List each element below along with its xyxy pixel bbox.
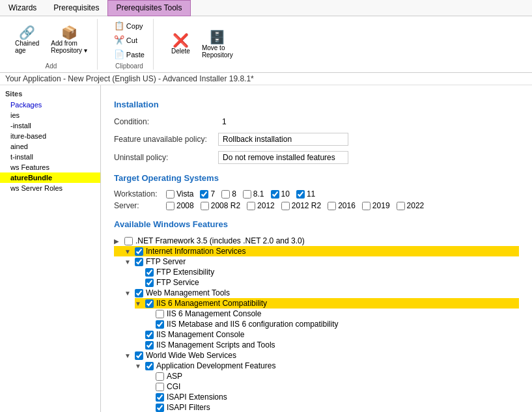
ws-11-check[interactable]: 11 <box>296 189 315 199</box>
sidebar-item-packages[interactable]: Packages <box>0 100 100 110</box>
label-ftp-svc: FTP Service <box>156 278 199 287</box>
cut-button[interactable]: ✂️ Cut <box>111 33 148 47</box>
tree-item-web-mgmt[interactable]: ▼ Web Management Tools <box>124 288 519 298</box>
app-title: Your Application - New Project (English … <box>5 74 254 83</box>
ws-10-check[interactable]: 10 <box>271 189 290 199</box>
sv-2008-check[interactable]: 2008 <box>166 201 194 210</box>
move-to-repo-button[interactable]: 🗄️ Move toRepository <box>197 29 238 61</box>
check-web-mgmt[interactable] <box>135 289 143 297</box>
tree-item-netfx35[interactable]: ▶ .NET Framework 3.5 (includes .NET 2.0 … <box>114 236 519 246</box>
ws-8-input[interactable] <box>221 190 230 199</box>
ws-8-check[interactable]: 8 <box>221 189 236 199</box>
expand-iis6-mgmt-console <box>145 310 153 318</box>
condition-value: 1 <box>218 116 231 128</box>
sv-2008r2-check[interactable]: 2008 R2 <box>201 201 240 210</box>
check-asp[interactable] <box>156 372 164 381</box>
condition-row: Condition: 1 <box>114 116 519 128</box>
check-iis-mgmt-console[interactable] <box>145 331 154 339</box>
add-from-repo-button[interactable]: 📦 Add fromRepository ▾ <box>46 24 92 56</box>
copy-button[interactable]: 📋 Copy <box>111 19 148 33</box>
ws-11-input[interactable] <box>296 190 305 199</box>
expand-cgi <box>145 383 153 391</box>
main-layout: Sites Packages ies -install iture-based … <box>0 85 532 412</box>
sidebar-item-install1[interactable]: -install <box>0 120 100 131</box>
check-cgi[interactable] <box>156 383 164 391</box>
sidebar-item-feature-based[interactable]: iture-based <box>0 131 100 141</box>
sv-2019-check[interactable]: 2019 <box>362 201 390 210</box>
sidebar-item-ws-features[interactable]: ws Features <box>0 162 100 172</box>
sv-2022-check[interactable]: 2022 <box>397 201 425 210</box>
ws-81-input[interactable] <box>243 190 251 199</box>
tree-item-iis[interactable]: ▼ Internet Information Services <box>114 246 519 256</box>
feature-unavailable-label: Feature unavailable policy: <box>114 135 218 144</box>
ws-7-check[interactable]: 7 <box>200 189 215 199</box>
sidebar-item-ies[interactable]: ies <box>0 110 100 120</box>
tree-item-iis6-metabase[interactable]: IIS Metabase and IIS 6 configuration com… <box>145 319 519 329</box>
sv-2012r2-check[interactable]: 2012 R2 <box>281 201 321 210</box>
tree-item-www[interactable]: ▼ World Wide Web Services <box>124 350 519 361</box>
sv-2019-input[interactable] <box>362 202 371 210</box>
check-netfx35[interactable] <box>124 237 133 245</box>
tree-item-isapi-filters[interactable]: ISAPI Filters <box>145 402 519 412</box>
tab-prerequisites-tools[interactable]: Prerequisites Tools <box>107 0 190 16</box>
expand-www: ▼ <box>124 352 132 359</box>
check-ftp-ext[interactable] <box>145 268 154 277</box>
tree-item-iis6-mgmt-console[interactable]: IIS 6 Management Console <box>145 309 519 319</box>
check-iis-mgmt-scripts[interactable] <box>145 341 154 350</box>
sv-2016-check[interactable]: 2016 <box>328 201 356 210</box>
copy-label: Copy <box>126 22 143 30</box>
check-ftp-svc[interactable] <box>145 279 154 287</box>
uninstall-value[interactable]: Do not remove installed features <box>218 151 348 164</box>
tree-item-app-dev[interactable]: ▼ Application Development Features <box>135 361 519 371</box>
sv-2012-input[interactable] <box>247 202 255 210</box>
check-app-dev[interactable] <box>145 362 154 370</box>
sidebar-item-ws-server-roles[interactable]: ws Server Roles <box>0 183 100 193</box>
sidebar-item-ained[interactable]: ained <box>0 141 100 152</box>
label-app-dev: Application Development Features <box>156 361 275 370</box>
feature-unavailable-value[interactable]: Rollback installation <box>218 133 348 146</box>
move-to-repo-icon: 🗄️ <box>209 31 225 44</box>
tree-item-ftp-server[interactable]: ▼ FTP Server <box>124 256 519 267</box>
chained-button[interactable]: 🔗 Chainedage <box>10 24 44 56</box>
check-iis6-metabase[interactable] <box>156 320 164 329</box>
sidebar-item-t-install[interactable]: t-install <box>0 152 100 162</box>
delete-button[interactable]: ❌ Delete <box>167 32 195 57</box>
check-iis6-compat[interactable] <box>145 299 154 308</box>
sv-2012-check[interactable]: 2012 <box>247 201 275 210</box>
ws-10-input[interactable] <box>271 190 279 199</box>
tree-item-iis-mgmt-scripts[interactable]: IIS Management Scripts and Tools <box>135 340 519 350</box>
label-iis6-compat: IIS 6 Management Compatibility <box>156 299 267 308</box>
copy-icon: 📋 <box>114 21 124 31</box>
tree-item-cgi[interactable]: CGI <box>145 381 519 392</box>
move-to-repo-label: Move toRepository <box>202 44 233 59</box>
check-isapi-filters[interactable] <box>156 404 164 412</box>
cut-icon: ✂️ <box>114 35 124 45</box>
sv-2008r2-input[interactable] <box>201 202 209 210</box>
tab-prerequisites[interactable]: Prerequisites <box>45 0 107 16</box>
tree-item-isapi-ext[interactable]: ISAPI Extensions <box>145 392 519 402</box>
sv-2012r2-input[interactable] <box>281 202 290 210</box>
tree-item-ftp-svc[interactable]: FTP Service <box>135 277 519 288</box>
check-isapi-ext[interactable] <box>156 393 164 402</box>
expand-isapi-ext <box>145 394 153 401</box>
sv-2008-input[interactable] <box>166 202 175 210</box>
paste-button[interactable]: 📄 Paste <box>111 48 148 61</box>
check-ftp-server[interactable] <box>135 258 143 266</box>
sv-2022-input[interactable] <box>397 202 405 210</box>
ws-7-input[interactable] <box>200 190 208 199</box>
tree-item-ftp-ext[interactable]: FTP Extensibility <box>135 267 519 277</box>
sv-2016-input[interactable] <box>328 202 336 210</box>
check-iis[interactable] <box>135 247 143 256</box>
server-label: Server: <box>114 201 166 210</box>
check-www[interactable] <box>135 351 143 360</box>
ws-vista-input[interactable] <box>166 190 175 199</box>
tree-item-asp[interactable]: ASP <box>145 371 519 381</box>
title-bar: Your Application - New Project (English … <box>0 73 532 85</box>
tab-wizards[interactable]: Wizards <box>0 0 45 16</box>
ws-vista-check[interactable]: Vista <box>166 189 193 199</box>
ws-81-check[interactable]: 8.1 <box>243 189 264 199</box>
tree-item-iis-mgmt-console[interactable]: IIS Management Console <box>135 329 519 340</box>
tree-item-iis6-compat[interactable]: ▼ IIS 6 Management Compatibility <box>135 298 519 309</box>
check-iis6-mgmt-console[interactable] <box>156 310 164 318</box>
sidebar-item-featurebundle[interactable]: atureBundle <box>0 172 100 183</box>
